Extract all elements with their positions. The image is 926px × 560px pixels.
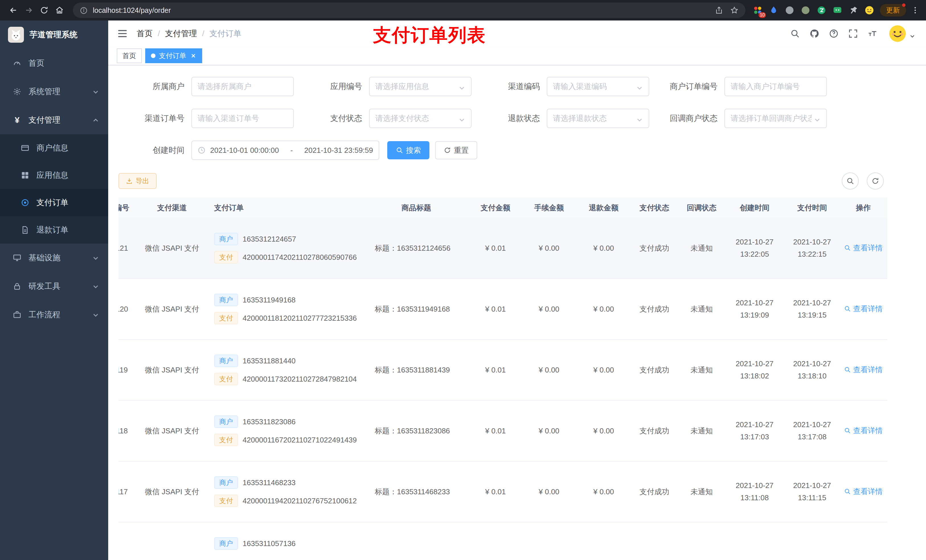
url-text[interactable]: localhost:1024/pay/order xyxy=(93,6,708,15)
table-body: 121 微信 JSAPI 支付 商户 1635312124657 支付 4200… xyxy=(118,218,887,560)
column-header: 支付渠道 xyxy=(136,203,209,213)
channel-order-no-input[interactable] xyxy=(191,109,294,128)
sidebar-item-system[interactable]: 系统管理 xyxy=(0,77,108,106)
sidebar-item-merchant-info[interactable]: 商户信息 xyxy=(0,134,108,162)
extension-icon[interactable] xyxy=(799,4,812,17)
browser-toolbar: localhost:1024/pay/order 10 更新 xyxy=(0,0,926,21)
refund-amount-cell: ¥ 0.00 xyxy=(576,427,631,435)
refund-status-select[interactable]: 请选择退款状态 xyxy=(547,109,649,128)
create-time-range-picker[interactable]: 2021-10-01 00:00:00 - 2021-10-31 23:59:5… xyxy=(191,140,379,160)
extension-icon[interactable] xyxy=(815,4,828,17)
sidebar-item-refund-orders[interactable]: 退款订单 xyxy=(0,216,108,244)
back-icon[interactable] xyxy=(6,3,21,18)
reset-button[interactable]: 重置 xyxy=(435,141,477,159)
extension-icon[interactable] xyxy=(783,4,796,17)
pay-channel-cell: 微信 JSAPI 支付 xyxy=(136,304,209,314)
view-detail-link[interactable]: 查看详情 xyxy=(844,243,883,253)
sidebar-item-home[interactable]: 首页 xyxy=(0,49,108,77)
create-time-cell: 2021-10-2713:11:08 xyxy=(726,480,784,504)
merchant-input-box[interactable] xyxy=(198,82,287,91)
merchant-line: 商户 1635311881440 xyxy=(214,355,361,367)
table-row[interactable]: 商户 1635311057136 支付 xyxy=(118,522,887,560)
pay-status-select[interactable]: 请选择支付状态 xyxy=(369,109,472,128)
chevron-down-icon xyxy=(458,115,465,122)
fullscreen-icon[interactable] xyxy=(843,21,863,47)
view-detail-link[interactable]: 查看详情 xyxy=(844,365,883,375)
refresh-table-icon[interactable] xyxy=(867,172,884,190)
channel-order-no-input-box[interactable] xyxy=(198,114,287,123)
github-icon[interactable] xyxy=(805,21,824,47)
url-bar[interactable]: localhost:1024/pay/order xyxy=(73,3,746,18)
profile-avatar-icon[interactable] xyxy=(863,4,876,17)
sidebar-item-dev-tools[interactable]: 研发工具 xyxy=(0,272,108,300)
avatar[interactable] xyxy=(889,25,906,42)
extension-icon[interactable]: 10 xyxy=(751,4,764,17)
pay-tag: 支付 xyxy=(214,434,238,446)
pay-channel-cell: 微信 JSAPI 支付 xyxy=(136,365,209,375)
pin-extension-icon[interactable] xyxy=(847,4,860,17)
browser-update-button[interactable]: 更新 xyxy=(880,4,906,17)
export-button[interactable]: 导出 xyxy=(118,173,157,189)
field-label: 渠道订单号 xyxy=(132,113,191,124)
breadcrumb-section[interactable]: 支付管理 xyxy=(165,28,197,39)
toggle-search-icon[interactable] xyxy=(842,172,859,190)
app-logo[interactable]: 芋道管理系统 xyxy=(0,21,108,49)
fee-amount-cell: ¥ 0.00 xyxy=(522,488,576,496)
notify-status-cell: 未通知 xyxy=(678,304,726,314)
view-detail-link[interactable]: 查看详情 xyxy=(844,426,883,436)
sidebar-item-infrastructure[interactable]: 基础设施 xyxy=(0,244,108,272)
share-icon[interactable] xyxy=(715,6,723,15)
briefcase-icon xyxy=(12,310,22,319)
reset-button-label: 重置 xyxy=(454,145,469,155)
table-row[interactable]: 121 微信 JSAPI 支付 商户 1635312124657 支付 4200… xyxy=(118,218,887,279)
pay-tag: 支付 xyxy=(214,495,238,507)
select-placeholder: 请选择订单回调商户状态 xyxy=(731,113,811,124)
font-size-icon[interactable] xyxy=(863,21,882,47)
sidebar-item-app-info[interactable]: 应用信息 xyxy=(0,162,108,189)
sidebar-item-workflow[interactable]: 工作流程 xyxy=(0,300,108,329)
channel-code-select[interactable]: 请输入渠道编码 xyxy=(547,77,649,96)
table-row[interactable]: 117 微信 JSAPI 支付 商户 1635311468233 支付 4200… xyxy=(118,462,887,522)
hamburger-icon[interactable] xyxy=(117,28,128,39)
pay-order-cell: 商户 1635311881440 支付 42000011732021102728… xyxy=(209,355,363,385)
table-row[interactable]: 118 微信 JSAPI 支付 商户 1635311823086 支付 4200… xyxy=(118,401,887,462)
merchant-order-no: 1635311057136 xyxy=(243,539,295,548)
search-button[interactable]: 搜索 xyxy=(387,141,430,159)
notify-status-cell: 未通知 xyxy=(678,426,726,436)
site-info-icon[interactable] xyxy=(80,6,88,14)
app-id-select[interactable]: 请选择应用信息 xyxy=(369,77,472,96)
filter-field-notify-status: 回调商户状态 请选择订单回调商户状态 xyxy=(665,109,834,128)
refund-amount-cell: ¥ 0.00 xyxy=(576,488,631,496)
merchant-order-no-input-box[interactable] xyxy=(731,82,821,91)
field-label: 商户订单编号 xyxy=(665,81,725,92)
tab-pay-orders[interactable]: 支付订单 xyxy=(145,48,202,63)
table-row[interactable]: 120 微信 JSAPI 支付 商户 1635311949168 支付 4200… xyxy=(118,279,887,340)
view-detail-link[interactable]: 查看详情 xyxy=(844,487,883,497)
reload-icon[interactable] xyxy=(36,3,52,18)
breadcrumb-home[interactable]: 首页 xyxy=(137,28,153,39)
tab-close-icon[interactable] xyxy=(190,53,197,59)
notify-status-select[interactable]: 请选择订单回调商户状态 xyxy=(725,109,827,128)
table-row[interactable]: 119 微信 JSAPI 支付 商户 1635311881440 支付 4200… xyxy=(118,340,887,401)
merchant-input[interactable] xyxy=(191,77,294,96)
filter-row: 所属商户 应用编号 请选择应用信息 渠道编码 xyxy=(118,77,916,96)
browser-menu-icon[interactable] xyxy=(910,3,920,17)
help-icon[interactable] xyxy=(824,21,843,47)
search-button-label: 搜索 xyxy=(406,145,421,155)
sidebar-item-pay-orders[interactable]: 支付订单 xyxy=(0,189,108,216)
field-label: 应用编号 xyxy=(310,81,369,92)
order-id-cell: 121 xyxy=(118,244,136,253)
card-icon xyxy=(21,143,30,152)
tab-home[interactable]: 首页 xyxy=(117,48,142,63)
action-cell: 查看详情 xyxy=(841,426,886,436)
bookmark-star-icon[interactable] xyxy=(730,6,738,15)
search-icon[interactable] xyxy=(785,21,805,47)
extension-icon[interactable] xyxy=(831,4,844,17)
extension-icon[interactable] xyxy=(767,4,780,17)
merchant-order-no-input[interactable] xyxy=(725,77,827,96)
forward-icon[interactable] xyxy=(21,3,36,18)
view-detail-link[interactable]: 查看详情 xyxy=(844,304,883,314)
chevron-down-icon[interactable] xyxy=(909,31,915,36)
home-icon[interactable] xyxy=(52,3,67,18)
sidebar-item-payment[interactable]: ¥ 支付管理 xyxy=(0,106,108,134)
